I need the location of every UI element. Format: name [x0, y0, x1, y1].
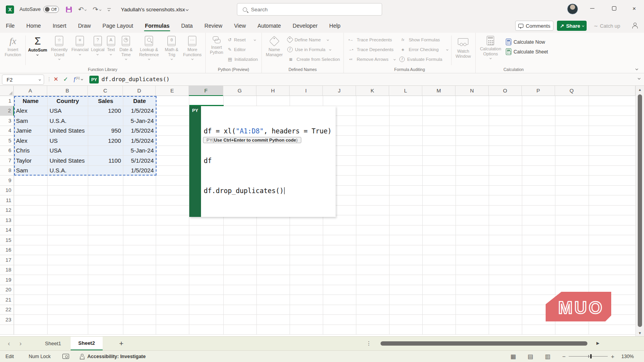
- cell[interactable]: [489, 255, 522, 265]
- cell[interactable]: [522, 195, 555, 206]
- cell[interactable]: [456, 206, 489, 216]
- row-header-18[interactable]: 18: [0, 265, 14, 275]
- cell[interactable]: [390, 136, 423, 146]
- cell[interactable]: [423, 215, 456, 225]
- cell[interactable]: [123, 295, 156, 305]
- cell[interactable]: [423, 295, 456, 305]
- cell[interactable]: [390, 215, 423, 225]
- cell[interactable]: [189, 305, 224, 315]
- cell[interactable]: [14, 186, 48, 196]
- error-checking-button[interactable]: ◈ Error Checking: [397, 44, 450, 54]
- cell[interactable]: [456, 136, 489, 146]
- cell[interactable]: [522, 265, 555, 275]
- cell[interactable]: [555, 156, 589, 166]
- cell[interactable]: [14, 325, 48, 335]
- cell[interactable]: [257, 96, 290, 106]
- column-header-o[interactable]: O: [489, 86, 522, 96]
- cell[interactable]: [123, 305, 156, 315]
- cell[interactable]: [555, 146, 589, 156]
- formula-input[interactable]: df.drop_duplicates(): [101, 76, 170, 82]
- cell[interactable]: [123, 206, 156, 216]
- cell[interactable]: [88, 206, 123, 216]
- cell[interactable]: Country: [48, 96, 88, 106]
- cell[interactable]: [123, 176, 156, 186]
- cell[interactable]: [123, 315, 156, 325]
- tab-file[interactable]: File: [0, 20, 21, 32]
- cell[interactable]: [257, 255, 290, 265]
- collapse-ribbon-icon[interactable]: [635, 67, 638, 70]
- cell[interactable]: [390, 285, 423, 295]
- cell[interactable]: [456, 166, 489, 176]
- cell[interactable]: [423, 275, 456, 285]
- column-header-n[interactable]: N: [455, 86, 489, 96]
- cell[interactable]: [456, 305, 489, 315]
- row-header-19[interactable]: 19: [0, 275, 14, 285]
- row-header-11[interactable]: 11: [0, 195, 14, 206]
- cell[interactable]: [390, 96, 423, 106]
- cell[interactable]: 1/5/2024: [123, 166, 156, 176]
- cell[interactable]: Sales: [88, 96, 123, 106]
- user-avatar[interactable]: [567, 4, 578, 14]
- cell[interactable]: [522, 186, 555, 196]
- financial-button[interactable]: ¤ Financial: [70, 34, 90, 67]
- cell[interactable]: [522, 225, 555, 236]
- cell[interactable]: [123, 215, 156, 225]
- cell[interactable]: [48, 305, 88, 315]
- cell[interactable]: [589, 176, 635, 186]
- logical-button[interactable]: ? Logical: [90, 34, 106, 67]
- column-header-j[interactable]: J: [323, 86, 356, 96]
- cell[interactable]: [48, 315, 88, 325]
- cell[interactable]: [423, 245, 456, 256]
- cell[interactable]: [390, 225, 423, 236]
- undo-chevron-icon[interactable]: [85, 9, 87, 11]
- cell[interactable]: [489, 166, 522, 176]
- cell[interactable]: [589, 325, 635, 335]
- cell[interactable]: Date: [123, 96, 156, 106]
- cell[interactable]: [555, 275, 589, 285]
- cell[interactable]: [48, 235, 88, 245]
- cell[interactable]: [423, 166, 456, 176]
- cell[interactable]: [423, 116, 456, 126]
- name-box[interactable]: F2: [2, 75, 44, 85]
- cell[interactable]: [589, 245, 635, 256]
- cell[interactable]: [423, 305, 456, 315]
- cell[interactable]: [522, 116, 555, 126]
- cell[interactable]: [88, 315, 123, 325]
- redo-icon[interactable]: ↷: [93, 5, 101, 14]
- cell[interactable]: [589, 96, 635, 106]
- cell[interactable]: [423, 225, 456, 236]
- cell[interactable]: [522, 325, 555, 335]
- cell[interactable]: [88, 275, 123, 285]
- tab-page-layout[interactable]: Page Layout: [97, 20, 139, 32]
- cell[interactable]: [456, 186, 489, 196]
- cell[interactable]: [189, 285, 224, 295]
- row-header-16[interactable]: 16: [0, 245, 14, 256]
- cell[interactable]: [224, 96, 257, 106]
- cell[interactable]: [14, 315, 48, 325]
- cell[interactable]: [589, 116, 635, 126]
- cell[interactable]: [356, 225, 390, 236]
- column-header-m[interactable]: M: [422, 86, 455, 96]
- insert-python-button[interactable]: Insert Python: [207, 34, 226, 67]
- tab-formulas[interactable]: Formulas: [139, 20, 175, 32]
- row-header-20[interactable]: 20: [0, 285, 14, 295]
- row-header-partial[interactable]: [0, 325, 14, 335]
- minimize-button[interactable]: [583, 0, 601, 16]
- cell[interactable]: [356, 126, 390, 136]
- cell[interactable]: [390, 325, 423, 335]
- cell[interactable]: [390, 166, 423, 176]
- row-header-17[interactable]: 17: [0, 255, 14, 265]
- cell[interactable]: [456, 225, 489, 236]
- row-header-22[interactable]: 22: [0, 305, 14, 315]
- cell[interactable]: 1200: [88, 106, 123, 116]
- row-header-12[interactable]: 12: [0, 206, 14, 216]
- scroll-right-icon[interactable]: ▶: [596, 341, 600, 345]
- more-functions-button[interactable]: ⋯ More Functions: [181, 34, 204, 67]
- cell[interactable]: [224, 295, 257, 305]
- cell[interactable]: [555, 126, 589, 136]
- cell[interactable]: [423, 235, 456, 245]
- cell[interactable]: [48, 265, 88, 275]
- zoom-out-icon[interactable]: −: [562, 353, 566, 360]
- cell[interactable]: [390, 255, 423, 265]
- cell[interactable]: [390, 176, 423, 186]
